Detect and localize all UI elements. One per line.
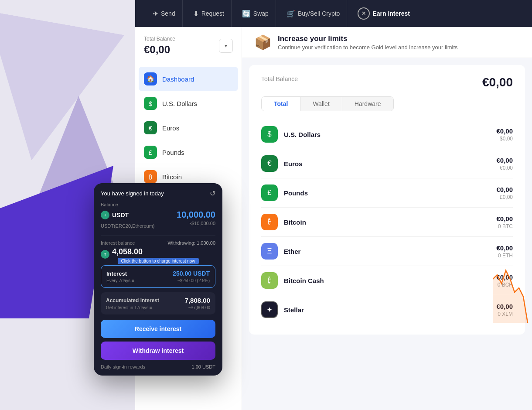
sidebar-bitcoin-label: Bitcoin bbox=[162, 173, 182, 181]
daily-signin-amount: 1.00 USDT bbox=[192, 364, 215, 369]
receive-interest-button[interactable]: Receive interest bbox=[101, 320, 215, 338]
sidebar-item-euros[interactable]: € Euros bbox=[135, 116, 242, 140]
bitcoin-currency-name: Bitcoin bbox=[284, 219, 496, 226]
charge-amount: 250.00 USDT bbox=[173, 270, 210, 277]
stellar-amounts: €0,00 0 XLM bbox=[496, 303, 513, 317]
nav-earn-interest[interactable]: ✕ Earn Interest bbox=[351, 0, 417, 27]
usdt-network: USDT(ERC20,Ethereum) bbox=[101, 223, 154, 229]
mobile-card: You have signed in today ↺ Balance T USD… bbox=[94, 183, 222, 376]
currency-row-euros[interactable]: € Euros €0,00 €0,00 bbox=[261, 149, 513, 178]
mobile-card-body: Balance T USDT 10,000.00 USDT(ERC20,Ethe… bbox=[94, 202, 222, 360]
interest-balance-amount: 4,058.00 bbox=[112, 247, 143, 256]
usdollars-currency-icon: $ bbox=[261, 126, 278, 143]
bitcoincash-currency-name: Bitcoin Cash bbox=[284, 277, 496, 284]
nav-swap[interactable]: 🔄 Swap bbox=[235, 0, 276, 27]
nav-buysell[interactable]: 🛒 Buy/Sell Crypto bbox=[280, 0, 347, 27]
charge-row: Interest 250.00 USDT bbox=[106, 270, 210, 277]
currency-row-bitcoin[interactable]: ₿ Bitcoin €0,00 0 BTC bbox=[261, 208, 513, 237]
bitcoin-eur: €0,00 bbox=[496, 215, 513, 222]
bitcoin-sub: 0 BTC bbox=[496, 223, 513, 229]
nav-swap-label: Swap bbox=[253, 10, 269, 17]
sidebar-nav: 🏠 Dashboard $ U.S. Dollars € Euros £ Pou… bbox=[135, 63, 242, 192]
pounds-amounts: €0,00 £0,00 bbox=[496, 186, 513, 200]
dashboard-icon: 🏠 bbox=[144, 72, 157, 85]
limits-subtitle: Continue your verification to become Gol… bbox=[278, 44, 458, 51]
charge-sub-row: Every 7days ≡ ~$250.00 (2.5%) bbox=[106, 278, 210, 283]
sidebar-pounds-label: Pounds bbox=[162, 149, 184, 156]
bitcoin-currency-icon: ₿ bbox=[261, 214, 278, 230]
bitcoincash-currency-icon: ₿ bbox=[261, 272, 278, 289]
euros-currency-name: Euros bbox=[284, 160, 496, 167]
interest-charge-box: Click the button to charge interest now … bbox=[101, 265, 215, 288]
pounds-sub: £0,00 bbox=[496, 194, 513, 200]
pounds-currency-icon: £ bbox=[261, 184, 278, 201]
accumulated-box: Accumulated interest 7,808.00 Get intere… bbox=[101, 292, 215, 314]
currency-list: $ U.S. Dollars €0,00 $0,00 € Euros €0,00 bbox=[261, 120, 513, 324]
mobile-footer: Daily sign-in rewards 1.00 USDT bbox=[94, 360, 222, 376]
signed-in-text: You have signed in today bbox=[101, 190, 164, 197]
portfolio-amount: €0,00 bbox=[482, 75, 513, 89]
stellar-sub: 0 XLM bbox=[496, 311, 513, 317]
bitcoincash-sub: 0 BCH bbox=[496, 282, 513, 288]
top-nav: ✈ Send ⬇ Request 🔄 Swap 🛒 Buy/Sell Crypt… bbox=[135, 0, 532, 27]
sidebar-balance-label: Total Balance bbox=[144, 36, 175, 42]
interest-balance-row: Interest balance Withdrawing: 1,000.00 bbox=[101, 240, 215, 246]
charge-tooltip: Click the button to charge interest now bbox=[117, 258, 198, 264]
sidebar-usdollars-label: U.S. Dollars bbox=[162, 100, 197, 107]
tab-hardware[interactable]: Hardware bbox=[342, 97, 393, 111]
earn-circle-icon: ✕ bbox=[358, 7, 370, 20]
limits-banner[interactable]: 📦 Increase your limits Continue your ver… bbox=[242, 27, 532, 58]
euros-amounts: €0,00 €0,00 bbox=[496, 157, 513, 171]
nav-earn-label: Earn Interest bbox=[372, 10, 410, 17]
bitcoin-amounts: €0,00 0 BTC bbox=[496, 215, 513, 229]
usdollars-currency-name: U.S. Dollars bbox=[284, 131, 496, 138]
currency-row-pounds[interactable]: £ Pounds €0,00 £0,00 bbox=[261, 178, 513, 208]
refresh-icon[interactable]: ↺ bbox=[210, 189, 215, 198]
tab-total[interactable]: Total bbox=[262, 97, 300, 111]
usdt-row: T USDT 10,000.00 bbox=[101, 210, 215, 220]
ether-sub: 0 ETH bbox=[496, 253, 513, 259]
acc-sub-row: Get interest in 17days ≡ ~$7,808.00 bbox=[106, 305, 210, 310]
sidebar-item-usdollars[interactable]: $ U.S. Dollars bbox=[135, 91, 242, 116]
usdt-amount: 10,000.00 bbox=[177, 210, 215, 220]
currency-row-usdollars[interactable]: $ U.S. Dollars €0,00 $0,00 bbox=[261, 120, 513, 149]
usdt-dot-icon: T bbox=[101, 211, 109, 219]
swap-icon: 🔄 bbox=[242, 10, 251, 18]
accumulated-days: Get interest in 17days ≡ bbox=[106, 305, 152, 310]
tab-wallet[interactable]: Wallet bbox=[300, 97, 342, 111]
withdraw-interest-button[interactable]: Withdraw interest bbox=[101, 342, 215, 360]
usdollars-amounts: €0,00 $0,00 bbox=[496, 127, 513, 142]
nav-send[interactable]: ✈ Send bbox=[146, 0, 183, 27]
ether-currency-icon: Ξ bbox=[261, 243, 278, 260]
interest-balance-label: Interest balance bbox=[101, 240, 135, 246]
accumulated-approx: ~$7,808.00 bbox=[188, 305, 210, 310]
accumulated-label: Accumulated interest bbox=[106, 297, 159, 304]
sidebar-dashboard-label: Dashboard bbox=[162, 75, 194, 83]
usdollars-sub: $0,00 bbox=[496, 136, 513, 142]
sidebar-item-pounds[interactable]: £ Pounds bbox=[135, 140, 242, 164]
sidebar-item-dashboard[interactable]: 🏠 Dashboard bbox=[139, 67, 238, 91]
charge-label: Interest bbox=[106, 270, 127, 277]
currency-row-bitcoincash[interactable]: ₿ Bitcoin Cash €0,00 0 BCH bbox=[261, 266, 513, 295]
main-content: 📦 Increase your limits Continue your ver… bbox=[242, 27, 532, 410]
tabs-row: Total Wallet Hardware bbox=[261, 96, 394, 111]
limits-title: Increase your limits bbox=[278, 34, 458, 43]
charge-freq: Every 7days ≡ bbox=[106, 278, 134, 283]
ether-eur: €0,00 bbox=[496, 244, 513, 252]
accumulated-amount: 7,808.00 bbox=[185, 297, 210, 304]
balance-dropdown-btn[interactable]: ▾ bbox=[219, 39, 233, 53]
nav-request[interactable]: ⬇ Request bbox=[186, 0, 232, 27]
sidebar-balance-amount: €0,00 bbox=[144, 44, 170, 55]
acc-row: Accumulated interest 7,808.00 bbox=[106, 297, 210, 304]
portfolio-card: Total Balance €0,00 Total Wallet Hardwar… bbox=[249, 65, 525, 335]
gold-box-icon: 📦 bbox=[254, 34, 272, 51]
portfolio-label: Total Balance bbox=[261, 75, 298, 82]
bitcoincash-eur: €0,00 bbox=[496, 273, 513, 281]
divider-1 bbox=[101, 236, 215, 236]
pounds-icon: £ bbox=[144, 146, 157, 159]
currency-row-ether[interactable]: Ξ Ether €0,00 0 ETH bbox=[261, 237, 513, 266]
currency-row-stellar[interactable]: ✦ Stellar €0,00 0 XLM bbox=[261, 295, 513, 324]
nav-buysell-label: Buy/Sell Crypto bbox=[298, 10, 340, 17]
mobile-card-header: You have signed in today ↺ bbox=[94, 183, 222, 202]
usdt-sub: ~$10,000.00 bbox=[189, 221, 215, 226]
